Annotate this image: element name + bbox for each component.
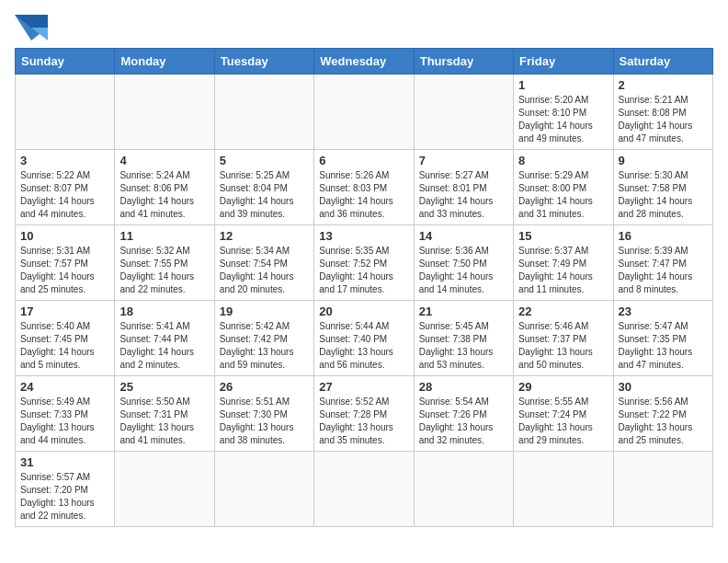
calendar-day-cell [16, 75, 115, 150]
calendar-day-cell [314, 452, 414, 527]
day-info: Sunrise: 5:50 AM Sunset: 7:31 PM Dayligh… [119, 396, 209, 447]
day-info: Sunrise: 5:55 AM Sunset: 7:24 PM Dayligh… [518, 396, 608, 447]
day-number: 1 [518, 78, 608, 92]
day-number: 25 [119, 380, 209, 394]
day-info: Sunrise: 5:52 AM Sunset: 7:28 PM Dayligh… [319, 396, 408, 447]
day-info: Sunrise: 5:32 AM Sunset: 7:55 PM Dayligh… [119, 245, 209, 296]
calendar-day-cell: 12Sunrise: 5:34 AM Sunset: 7:54 PM Dayli… [214, 225, 313, 301]
day-info: Sunrise: 5:47 AM Sunset: 7:35 PM Dayligh… [619, 320, 708, 372]
calendar-day-cell: 31Sunrise: 5:57 AM Sunset: 7:20 PM Dayli… [16, 452, 115, 527]
calendar-day-cell: 14Sunrise: 5:36 AM Sunset: 7:50 PM Dayli… [414, 225, 513, 301]
page-container: SundayMondayTuesdayWednesdayThursdayFrid… [15, 15, 713, 527]
calendar-day-cell [314, 75, 414, 150]
calendar-day-cell: 29Sunrise: 5:55 AM Sunset: 7:24 PM Dayli… [514, 376, 613, 452]
weekday-header-friday: Friday [514, 49, 613, 75]
calendar-day-cell: 25Sunrise: 5:50 AM Sunset: 7:31 PM Dayli… [115, 376, 214, 452]
weekday-header-tuesday: Tuesday [214, 49, 313, 75]
day-number: 17 [20, 304, 109, 318]
day-info: Sunrise: 5:57 AM Sunset: 7:20 PM Dayligh… [20, 471, 109, 523]
day-info: Sunrise: 5:25 AM Sunset: 8:04 PM Dayligh… [220, 169, 309, 221]
day-number: 10 [20, 229, 109, 243]
day-number: 8 [518, 154, 608, 167]
day-number: 11 [119, 229, 209, 243]
calendar-day-cell [414, 75, 513, 150]
calendar-day-cell [414, 452, 513, 527]
day-number: 3 [20, 154, 109, 167]
header [15, 15, 713, 40]
calendar-day-cell: 18Sunrise: 5:41 AM Sunset: 7:44 PM Dayli… [115, 301, 214, 376]
calendar-day-cell: 22Sunrise: 5:46 AM Sunset: 7:37 PM Dayli… [514, 301, 613, 376]
day-number: 28 [419, 380, 508, 394]
day-number: 9 [619, 154, 708, 167]
calendar-day-cell: 4Sunrise: 5:24 AM Sunset: 8:06 PM Daylig… [115, 150, 214, 225]
day-number: 27 [319, 380, 408, 394]
calendar-day-cell: 5Sunrise: 5:25 AM Sunset: 8:04 PM Daylig… [214, 150, 313, 225]
day-info: Sunrise: 5:45 AM Sunset: 7:38 PM Dayligh… [419, 320, 508, 372]
day-info: Sunrise: 5:37 AM Sunset: 7:49 PM Dayligh… [518, 245, 608, 296]
calendar-day-cell [115, 452, 214, 527]
calendar-day-cell: 19Sunrise: 5:42 AM Sunset: 7:42 PM Dayli… [214, 301, 313, 376]
day-info: Sunrise: 5:22 AM Sunset: 8:07 PM Dayligh… [20, 169, 109, 221]
day-number: 21 [419, 304, 508, 318]
day-number: 13 [319, 229, 408, 243]
calendar-day-cell [214, 75, 313, 150]
calendar-day-cell: 20Sunrise: 5:44 AM Sunset: 7:40 PM Dayli… [314, 301, 414, 376]
calendar-day-cell [514, 452, 613, 527]
calendar-day-cell: 3Sunrise: 5:22 AM Sunset: 8:07 PM Daylig… [16, 150, 115, 225]
day-info: Sunrise: 5:44 AM Sunset: 7:40 PM Dayligh… [319, 320, 408, 372]
day-number: 29 [518, 380, 608, 394]
day-info: Sunrise: 5:20 AM Sunset: 8:10 PM Dayligh… [518, 94, 608, 145]
day-info: Sunrise: 5:54 AM Sunset: 7:26 PM Dayligh… [419, 396, 508, 447]
day-info: Sunrise: 5:31 AM Sunset: 7:57 PM Dayligh… [20, 245, 109, 296]
day-number: 31 [20, 455, 109, 469]
day-info: Sunrise: 5:36 AM Sunset: 7:50 PM Dayligh… [419, 245, 508, 296]
day-info: Sunrise: 5:56 AM Sunset: 7:22 PM Dayligh… [619, 396, 708, 447]
day-info: Sunrise: 5:30 AM Sunset: 7:58 PM Dayligh… [619, 169, 708, 221]
day-info: Sunrise: 5:41 AM Sunset: 7:44 PM Dayligh… [119, 320, 209, 372]
weekday-header-saturday: Saturday [613, 49, 712, 75]
calendar-week-row: 24Sunrise: 5:49 AM Sunset: 7:33 PM Dayli… [16, 376, 713, 452]
calendar-day-cell: 7Sunrise: 5:27 AM Sunset: 8:01 PM Daylig… [414, 150, 513, 225]
weekday-header-row: SundayMondayTuesdayWednesdayThursdayFrid… [16, 49, 713, 75]
logo-icon [15, 15, 48, 40]
calendar-day-cell: 2Sunrise: 5:21 AM Sunset: 8:08 PM Daylig… [613, 75, 712, 150]
calendar-day-cell: 16Sunrise: 5:39 AM Sunset: 7:47 PM Dayli… [613, 225, 712, 301]
calendar-day-cell: 24Sunrise: 5:49 AM Sunset: 7:33 PM Dayli… [16, 376, 115, 452]
day-number: 26 [220, 380, 309, 394]
calendar-day-cell: 28Sunrise: 5:54 AM Sunset: 7:26 PM Dayli… [414, 376, 513, 452]
calendar-day-cell: 1Sunrise: 5:20 AM Sunset: 8:10 PM Daylig… [514, 75, 613, 150]
day-number: 20 [319, 304, 408, 318]
day-number: 7 [419, 154, 508, 167]
day-info: Sunrise: 5:34 AM Sunset: 7:54 PM Dayligh… [220, 245, 309, 296]
day-number: 23 [619, 304, 708, 318]
calendar-day-cell [214, 452, 313, 527]
calendar-week-row: 17Sunrise: 5:40 AM Sunset: 7:45 PM Dayli… [16, 301, 713, 376]
calendar-day-cell: 10Sunrise: 5:31 AM Sunset: 7:57 PM Dayli… [16, 225, 115, 301]
calendar-day-cell: 30Sunrise: 5:56 AM Sunset: 7:22 PM Dayli… [613, 376, 712, 452]
calendar-day-cell: 15Sunrise: 5:37 AM Sunset: 7:49 PM Dayli… [514, 225, 613, 301]
calendar-table: SundayMondayTuesdayWednesdayThursdayFrid… [15, 48, 713, 527]
calendar-day-cell: 9Sunrise: 5:30 AM Sunset: 7:58 PM Daylig… [613, 150, 712, 225]
calendar-header: SundayMondayTuesdayWednesdayThursdayFrid… [16, 49, 713, 75]
day-number: 5 [220, 154, 309, 167]
weekday-header-thursday: Thursday [414, 49, 513, 75]
day-number: 22 [518, 304, 608, 318]
day-number: 19 [220, 304, 309, 318]
weekday-header-wednesday: Wednesday [314, 49, 414, 75]
calendar-day-cell: 8Sunrise: 5:29 AM Sunset: 8:00 PM Daylig… [514, 150, 613, 225]
day-number: 16 [619, 229, 708, 243]
calendar-day-cell: 27Sunrise: 5:52 AM Sunset: 7:28 PM Dayli… [314, 376, 414, 452]
day-info: Sunrise: 5:27 AM Sunset: 8:01 PM Dayligh… [419, 169, 508, 221]
calendar-day-cell [115, 75, 214, 150]
day-number: 15 [518, 229, 608, 243]
day-info: Sunrise: 5:40 AM Sunset: 7:45 PM Dayligh… [20, 320, 109, 372]
calendar-week-row: 31Sunrise: 5:57 AM Sunset: 7:20 PM Dayli… [16, 452, 713, 527]
day-number: 14 [419, 229, 508, 243]
calendar-week-row: 1Sunrise: 5:20 AM Sunset: 8:10 PM Daylig… [16, 75, 713, 150]
day-number: 4 [119, 154, 209, 167]
calendar-day-cell: 23Sunrise: 5:47 AM Sunset: 7:35 PM Dayli… [613, 301, 712, 376]
day-info: Sunrise: 5:42 AM Sunset: 7:42 PM Dayligh… [220, 320, 309, 372]
calendar-week-row: 3Sunrise: 5:22 AM Sunset: 8:07 PM Daylig… [16, 150, 713, 225]
day-info: Sunrise: 5:21 AM Sunset: 8:08 PM Dayligh… [619, 94, 708, 145]
calendar-day-cell: 26Sunrise: 5:51 AM Sunset: 7:30 PM Dayli… [214, 376, 313, 452]
